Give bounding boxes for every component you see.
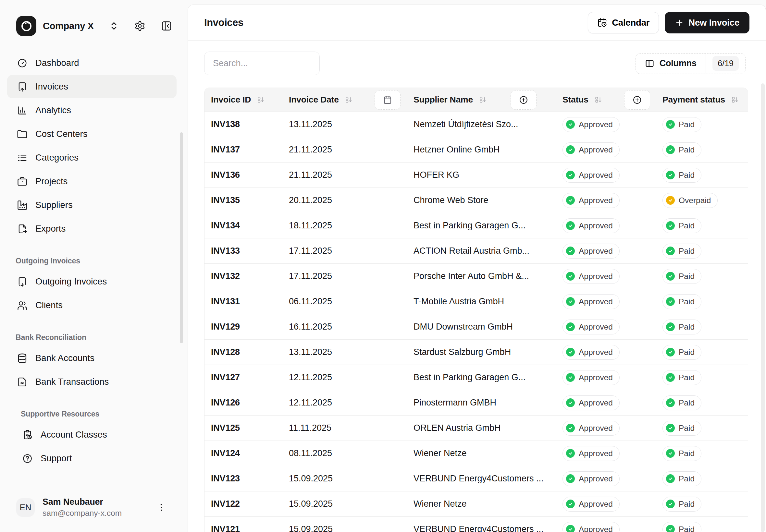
table-row[interactable]: INV135 20.11.2025 Chrome Web Store Appro… bbox=[204, 188, 748, 213]
sidebar-item-label: Exports bbox=[35, 224, 66, 234]
status-check-icon bbox=[566, 500, 575, 508]
sidebar-collapse-icon[interactable] bbox=[161, 20, 172, 31]
status-badge-label: Approved bbox=[579, 171, 613, 180]
table-row[interactable]: INV127 12.11.2025 Best in Parking Garage… bbox=[204, 365, 748, 390]
table-row[interactable]: INV131 06.11.2025 T-Mobile Austria GmbH … bbox=[204, 289, 748, 314]
company-switcher-icon[interactable] bbox=[109, 21, 119, 31]
sidebar-item-exports[interactable]: Exports bbox=[7, 217, 176, 240]
table-row[interactable]: INV124 08.11.2025 Wiener Netze Approved … bbox=[204, 441, 748, 466]
sort-icon[interactable] bbox=[594, 96, 602, 104]
cell-invoice-date: 16.11.2025 bbox=[289, 322, 414, 332]
sidebar-item-projects[interactable]: Projects bbox=[7, 170, 176, 193]
user-meta: Sam Neubauer sam@company-x.com bbox=[43, 497, 122, 518]
sidebar-item-label: Suppliers bbox=[35, 200, 73, 210]
sidebar-item-categories[interactable]: Categories bbox=[7, 146, 176, 169]
column-label: Status bbox=[563, 95, 589, 105]
payment-status-badge-label: Paid bbox=[679, 525, 695, 532]
payment-status-badge-label: Paid bbox=[679, 348, 695, 357]
status-badge: Approved bbox=[563, 320, 620, 334]
cell-status: Approved bbox=[563, 421, 663, 436]
cell-payment-status: Paid bbox=[663, 218, 748, 233]
status-check-icon bbox=[566, 449, 575, 458]
settings-gear-icon[interactable] bbox=[134, 20, 145, 31]
sidebar-item-cost-centers[interactable]: Cost Centers bbox=[7, 122, 176, 146]
sidebar-item-suppliers[interactable]: Suppliers bbox=[7, 193, 176, 217]
cell-invoice-date: 12.11.2025 bbox=[289, 398, 414, 408]
column-header-status[interactable]: Status bbox=[563, 90, 663, 110]
table-row[interactable]: INV129 16.11.2025 DMU Downstream GmbH Ap… bbox=[204, 314, 748, 340]
circle-plus-icon bbox=[632, 95, 642, 105]
sort-icon[interactable] bbox=[731, 96, 739, 104]
status-badge-label: Approved bbox=[579, 348, 613, 357]
table-row[interactable]: INV134 18.11.2025 Best in Parking Garage… bbox=[204, 213, 748, 238]
payment-check-icon bbox=[666, 500, 675, 508]
cell-invoice-date: 06.11.2025 bbox=[289, 296, 414, 307]
table-row[interactable]: INV128 13.11.2025 Stardust Salzburg GmbH… bbox=[204, 340, 748, 365]
table-row[interactable]: INV125 11.11.2025 ORLEN Austria GmbH App… bbox=[204, 416, 748, 441]
sort-icon[interactable] bbox=[479, 96, 487, 104]
sidebar-item-dashboard[interactable]: Dashboard bbox=[7, 51, 176, 75]
table-row[interactable]: INV123 15.09.2025 VERBUND Energy4Custome… bbox=[204, 466, 748, 491]
columns-icon bbox=[645, 59, 654, 68]
calendar-button[interactable]: Calendar bbox=[588, 12, 659, 33]
user-row[interactable]: EN Sam Neubauer sam@company-x.com bbox=[16, 497, 176, 518]
table-row[interactable]: INV132 17.11.2025 Porsche Inter Auto Gmb… bbox=[204, 264, 748, 289]
cell-supplier-name: Porsche Inter Auto GmbH &... bbox=[414, 271, 563, 281]
status-badge: Approved bbox=[563, 345, 620, 360]
sidebar-item-clients[interactable]: Clients bbox=[7, 294, 176, 317]
column-label: Invoice ID bbox=[211, 95, 251, 105]
table-row[interactable]: INV138 13.11.2025 Nemzeti Útdíjfizetési … bbox=[204, 112, 748, 137]
column-header-invoice-id[interactable]: Invoice ID bbox=[211, 95, 289, 105]
columns-button-left[interactable]: Columns bbox=[636, 54, 706, 74]
column-label: Invoice Date bbox=[289, 95, 339, 105]
sidebar-scrollbar[interactable] bbox=[180, 132, 183, 343]
sidebar-item-support[interactable]: Support bbox=[12, 447, 176, 470]
avatar: EN bbox=[16, 498, 35, 517]
sidebar-item-label: Cost Centers bbox=[35, 129, 87, 139]
table-row[interactable]: INV133 17.11.2025 ACTION Retail Austria … bbox=[204, 238, 748, 264]
cell-supplier-name: Wiener Netze bbox=[414, 499, 563, 509]
cell-payment-status: Paid bbox=[663, 294, 748, 309]
payment-status-badge-label: Paid bbox=[679, 500, 695, 509]
vertical-scrollbar[interactable] bbox=[761, 83, 765, 532]
sidebar-item-bank-transactions[interactable]: Bank Transactions bbox=[7, 370, 176, 393]
status-badge-label: Approved bbox=[579, 500, 613, 509]
table-row[interactable]: INV122 15.09.2025 Wiener Netze Approved … bbox=[204, 491, 748, 517]
table-row[interactable]: INV126 12.11.2025 Pinostermann GMBH Appr… bbox=[204, 390, 748, 416]
column-header-payment-status[interactable]: Payment status bbox=[663, 95, 748, 105]
cell-payment-status: Overpaid bbox=[663, 193, 748, 208]
sidebar-item-bank-accounts[interactable]: Bank Accounts bbox=[7, 346, 176, 370]
table-row[interactable]: INV136 21.11.2025 HOFER KG Approved Paid bbox=[204, 163, 748, 188]
column-header-invoice-date[interactable]: Invoice Date bbox=[289, 90, 414, 110]
sidebar-item-analytics[interactable]: Analytics bbox=[7, 99, 176, 122]
status-check-icon bbox=[566, 120, 575, 129]
sort-icon[interactable] bbox=[345, 96, 353, 104]
sidebar-nav: Dashboard Invoices Analytics Cost Center… bbox=[7, 51, 176, 470]
sidebar-item-account-classes[interactable]: Account Classes bbox=[12, 423, 176, 446]
status-check-icon bbox=[566, 272, 575, 281]
cell-invoice-date: 20.11.2025 bbox=[289, 195, 414, 205]
status-filter-add-button[interactable] bbox=[624, 90, 650, 110]
invoices-table: Invoice ID Invoice Date Supplier Name St… bbox=[204, 88, 748, 532]
new-invoice-button[interactable]: New Invoice bbox=[665, 12, 749, 33]
table-row[interactable]: INV121 15.09.2025 VERBUND Energy4Custome… bbox=[204, 517, 748, 532]
payment-status-badge-label: Paid bbox=[679, 449, 695, 458]
columns-button[interactable]: Columns 6/19 bbox=[636, 53, 746, 74]
column-header-supplier-name[interactable]: Supplier Name bbox=[414, 90, 563, 110]
supplier-filter-add-button[interactable] bbox=[511, 90, 537, 110]
sidebar-item-label: Support bbox=[41, 453, 72, 464]
cell-invoice-id: INV138 bbox=[211, 119, 289, 129]
table-row[interactable]: INV137 21.11.2025 Hetzner Online GmbH Ap… bbox=[204, 137, 748, 163]
payment-check-icon bbox=[666, 171, 675, 179]
search-input[interactable] bbox=[204, 52, 320, 75]
user-email: sam@company-x.com bbox=[43, 509, 122, 518]
status-check-icon bbox=[566, 297, 575, 306]
status-check-icon bbox=[566, 525, 575, 532]
sidebar-item-invoices[interactable]: Invoices bbox=[7, 75, 176, 98]
user-menu-dots-icon[interactable] bbox=[156, 502, 166, 512]
date-filter-calendar-button[interactable] bbox=[374, 90, 401, 110]
sidebar-item-outgoing-invoices[interactable]: Outgoing Invoices bbox=[7, 270, 176, 293]
sort-icon[interactable] bbox=[257, 96, 265, 104]
cell-invoice-id: INV136 bbox=[211, 170, 289, 180]
cell-supplier-name: Wiener Netze bbox=[414, 448, 563, 458]
